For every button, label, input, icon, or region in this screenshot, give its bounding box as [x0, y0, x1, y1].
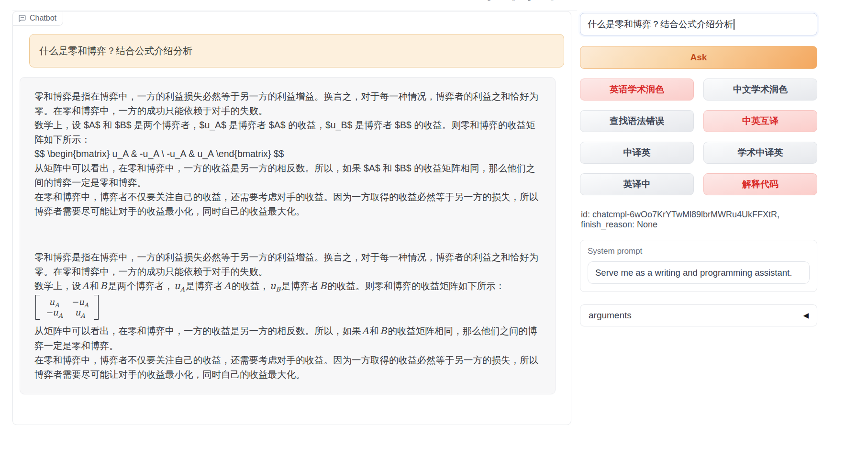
- function-button-grid: 英语学术润色 中文学术润色 查找语法错误 中英互译 中译英 学术中译英 英译中 …: [580, 79, 817, 195]
- chatbot-label: Chatbot: [12, 11, 63, 26]
- page-title-clipped: ChatGPT 学术优化: [380, 0, 557, 4]
- ask-button[interactable]: Ask: [580, 46, 817, 69]
- zh-en-translate-button[interactable]: 中英互译: [703, 110, 817, 132]
- accordion-collapse-icon: ◀: [803, 311, 809, 320]
- question-input-value: 什么是零和博弈？结合公式介绍分析: [588, 18, 733, 31]
- explain-code-button[interactable]: 解释代码: [703, 173, 817, 195]
- user-message: 什么是零和博弈？结合公式介绍分析: [29, 34, 564, 67]
- system-prompt-card: System prompt: [580, 240, 817, 292]
- status-text: id: chatcmpl-6wOo7KrYTwMl89lbrMWRu4UkFFX…: [581, 210, 817, 230]
- find-grammar-errors-button[interactable]: 查找语法错误: [580, 110, 694, 132]
- chinese-academic-polish-button[interactable]: 中文学术润色: [703, 79, 817, 101]
- question-input[interactable]: 什么是零和博弈？结合公式介绍分析: [580, 13, 817, 35]
- english-academic-polish-button[interactable]: 英语学术润色: [580, 79, 694, 101]
- system-prompt-label: System prompt: [588, 247, 810, 256]
- page-title-text: ChatGPT 学术优化: [380, 0, 557, 3]
- text-caret: [734, 19, 734, 30]
- bot-paragraph-math: 从矩阵中可以看出，在零和博弈中，一方的收益是另一方的相反数。所以，如果A和B的收…: [34, 324, 541, 353]
- bot-paragraph: 在零和博弈中，博弈者不仅要关注自己的收益，还需要考虑对手的收益。因为一方取得的收…: [34, 190, 541, 218]
- bot-message: 零和博弈是指在博弈中，一方的利益损失必然等于另一方的利益增益。换言之，对于每一种…: [20, 77, 556, 394]
- user-message-text: 什么是零和博弈？结合公式介绍分析: [39, 44, 554, 58]
- page: ChatGPT 学术优化 Chatbot 什么是零和博弈？结合公式介绍分析 零和…: [0, 0, 868, 460]
- controls-column: 什么是零和博弈？结合公式介绍分析 Ask 英语学术润色 中文学术润色 查找语法错…: [580, 13, 817, 326]
- chatbot-label-text: Chatbot: [30, 14, 56, 22]
- bot-message-raw-markdown: 零和博弈是指在博弈中，一方的利益损失必然等于另一方的利益增益。换言之，对于每一种…: [34, 89, 541, 218]
- chatbot-panel: Chatbot 什么是零和博弈？结合公式介绍分析 零和博弈是指在博弈中，一方的利…: [12, 11, 571, 425]
- bot-formula-raw: $$ \begin{bmatrix} u_A & -u_A \ -u_A & u…: [34, 146, 541, 161]
- system-prompt-input[interactable]: [588, 261, 810, 284]
- bot-paragraph: 零和博弈是指在博弈中，一方的利益损失必然等于另一方的利益增益。换言之，对于每一种…: [34, 250, 541, 279]
- bot-paragraph: 数学上，设 $A$ 和 $B$ 是两个博弈者，$u_A$ 是博弈者 $A$ 的收…: [34, 118, 541, 146]
- bot-paragraph-math: 数学上，设A和B是两个博弈者，uA是博弈者A的收益，uB是博弈者B的收益。则零和…: [34, 279, 541, 293]
- chat-bubble-icon: [18, 14, 26, 22]
- zh-to-en-button[interactable]: 中译英: [580, 142, 694, 164]
- accordion-label: arguments: [589, 310, 632, 321]
- bot-paragraph: 从矩阵中可以看出，在零和博弈中，一方的收益是另一方的相反数。所以，如果 $A$ …: [34, 161, 541, 190]
- bot-paragraph: 零和博弈是指在博弈中，一方的利益损失必然等于另一方的利益增益。换言之，对于每一种…: [34, 89, 541, 118]
- bot-message-rendered-latex: 零和博弈是指在博弈中，一方的利益损失必然等于另一方的利益增益。换言之，对于每一种…: [34, 250, 541, 381]
- en-to-zh-button[interactable]: 英译中: [580, 173, 694, 195]
- payoff-matrix: uA−uA−uAuA: [34, 293, 541, 324]
- bot-paragraph: 在零和博弈中，博弈者不仅要关注自己的收益，还需要考虑对手的收益。因为一方取得的收…: [34, 353, 541, 381]
- academic-zh-to-en-button[interactable]: 学术中译英: [703, 142, 817, 164]
- arguments-accordion[interactable]: arguments ◀: [580, 304, 817, 326]
